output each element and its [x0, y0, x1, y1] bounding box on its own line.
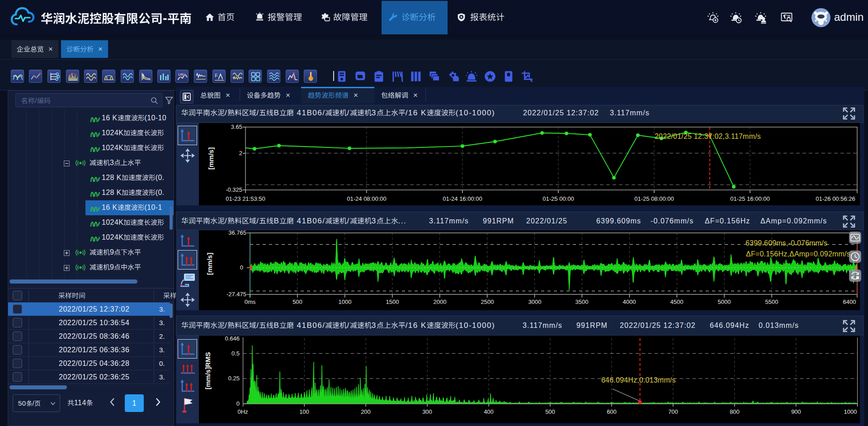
svg-text:LW: LW	[178, 72, 184, 76]
svg-text:F: F	[215, 73, 217, 78]
